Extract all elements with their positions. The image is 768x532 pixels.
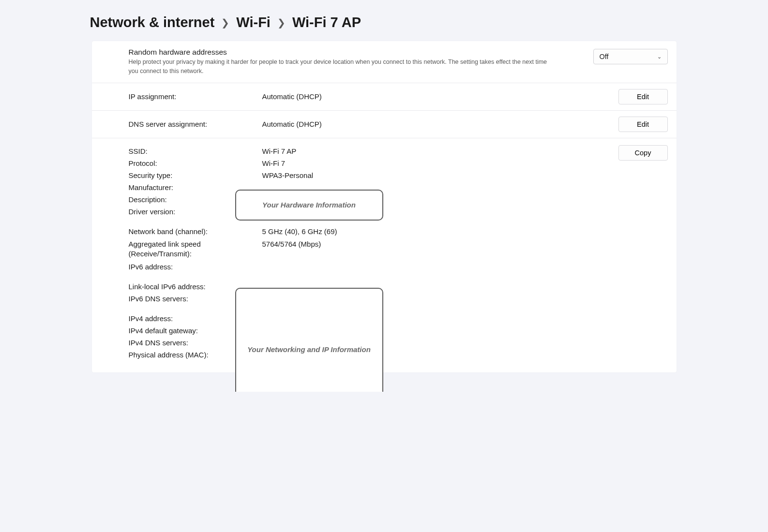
copy-button[interactable]: Copy: [618, 145, 668, 161]
ipv6-row: IPv6 address:: [129, 261, 609, 273]
protocol-value: Wi-Fi 7: [262, 159, 286, 167]
link-speed-label: Aggregated link speed (Receive/Transmit)…: [129, 239, 262, 259]
random-hardware-section: Random hardware addresses Help protect y…: [92, 41, 677, 83]
ipv4-label: IPv4 address:: [129, 314, 262, 323]
chevron-right-icon: ❯: [277, 17, 286, 29]
ssid-value: Wi-Fi 7 AP: [262, 147, 297, 155]
mac-label: Physical address (MAC):: [129, 351, 262, 359]
security-label: Security type:: [129, 171, 262, 179]
dns-assignment-edit-button[interactable]: Edit: [618, 117, 668, 132]
security-value: WPA3-Personal: [262, 171, 314, 179]
ip-assignment-label: IP assignment:: [129, 92, 262, 101]
manufacturer-row: Manufacturer:: [129, 181, 609, 193]
band-value: 5 GHz (40), 6 GHz (69): [262, 227, 337, 236]
band-row: Network band (channel): 5 GHz (40), 6 GH…: [129, 225, 609, 237]
dns-assignment-label: DNS server assignment:: [129, 120, 262, 128]
ipv4-dns-label: IPv4 DNS servers:: [129, 339, 262, 347]
ipv4-row: IPv4 address:: [129, 312, 609, 325]
driver-label: Driver version:: [129, 207, 262, 216]
description-label: Description:: [129, 195, 262, 204]
settings-panel: Random hardware addresses Help protect y…: [92, 41, 677, 372]
dropdown-value: Off: [600, 53, 609, 60]
link-local-row: Link-local IPv6 address:: [129, 281, 609, 293]
link-speed-row: Aggregated link speed (Receive/Transmit)…: [129, 237, 609, 261]
ip-assignment-section: IP assignment: Automatic (DHCP) Edit: [92, 83, 677, 111]
ipv6-dns-label: IPv6 DNS servers:: [129, 295, 262, 303]
driver-row: Driver version:: [129, 206, 609, 218]
ssid-label: SSID:: [129, 147, 262, 155]
breadcrumb-level-1[interactable]: Network & internet: [90, 15, 215, 30]
ipv6-dns-row: IPv6 DNS servers:: [129, 293, 609, 305]
band-label: Network band (channel):: [129, 227, 262, 236]
dns-assignment-value: Automatic (DHCP): [262, 120, 322, 128]
chevron-down-icon: ⌄: [657, 54, 662, 60]
breadcrumb-level-2[interactable]: Wi-Fi: [236, 15, 271, 30]
random-hardware-desc: Help protect your privacy by making it h…: [129, 58, 555, 76]
description-row: Description:: [129, 193, 609, 206]
protocol-label: Protocol:: [129, 159, 262, 167]
breadcrumb: Network & internet ❯ Wi-Fi ❯ Wi-Fi 7 AP: [90, 15, 677, 30]
ipv6-label: IPv6 address:: [129, 263, 262, 271]
manufacturer-label: Manufacturer:: [129, 183, 262, 192]
protocol-row: Protocol: Wi-Fi 7: [129, 157, 609, 169]
ipv4-gw-row: IPv4 default gateway:: [129, 325, 609, 337]
security-row: Security type: WPA3-Personal: [129, 169, 609, 181]
mac-row: Physical address (MAC):: [129, 349, 609, 361]
random-hardware-title: Random hardware addresses: [129, 48, 584, 57]
ipv4-gw-label: IPv4 default gateway:: [129, 326, 262, 335]
ssid-row: SSID: Wi-Fi 7 AP: [129, 145, 609, 157]
chevron-right-icon: ❯: [221, 17, 229, 29]
ip-assignment-edit-button[interactable]: Edit: [618, 89, 668, 104]
ip-assignment-value: Automatic (DHCP): [262, 92, 322, 101]
ipv4-dns-row: IPv4 DNS servers:: [129, 337, 609, 349]
link-local-label: Link-local IPv6 address:: [129, 282, 262, 291]
link-speed-value: 5764/5764 (Mbps): [262, 240, 321, 248]
network-details-section: SSID: Wi-Fi 7 AP Protocol: Wi-Fi 7 Secur…: [92, 138, 677, 373]
dns-assignment-section: DNS server assignment: Automatic (DHCP) …: [92, 111, 677, 138]
random-hardware-dropdown[interactable]: Off ⌄: [593, 49, 668, 64]
breadcrumb-level-3: Wi-Fi 7 AP: [292, 15, 361, 30]
